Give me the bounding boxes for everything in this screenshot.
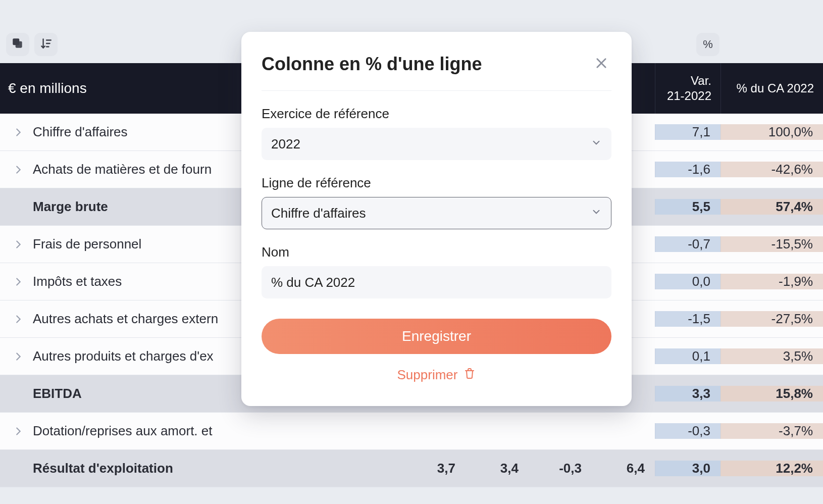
close-icon xyxy=(594,63,608,72)
close-button[interactable] xyxy=(591,53,611,75)
chevron-down-icon xyxy=(591,206,602,221)
save-button[interactable]: Enregistrer xyxy=(262,319,611,354)
row-label: Dotation/reprises aux amort. et xyxy=(33,423,213,439)
ratio-cell: -27,5% xyxy=(721,311,823,327)
chevron-right-icon[interactable] xyxy=(11,314,26,325)
var-cell: 3,3 xyxy=(655,386,721,401)
header-var-col[interactable]: Var. 21-2022 xyxy=(655,63,721,114)
row-label: Résultat d'exploitation xyxy=(33,461,173,476)
ratio-cell: 3,5% xyxy=(721,348,823,364)
sort-button[interactable] xyxy=(34,33,58,56)
row-label: Autres achats et charges extern xyxy=(33,311,218,327)
chevron-right-icon[interactable] xyxy=(11,127,26,138)
chevron-right-icon[interactable] xyxy=(11,426,26,437)
table-row[interactable]: Résultat d'exploitation3,73,4-0,36,43,01… xyxy=(0,450,823,487)
ratio-cell: 12,2% xyxy=(721,461,823,476)
chevron-right-icon[interactable] xyxy=(11,276,26,287)
name-input[interactable] xyxy=(271,275,586,290)
year-select[interactable]: 2022 xyxy=(262,128,611,160)
delete-button[interactable]: Supprimer xyxy=(262,367,611,383)
percent-icon: % xyxy=(703,38,713,51)
percent-column-button[interactable]: % xyxy=(696,33,719,56)
ratio-cell: -42,6% xyxy=(721,162,823,177)
row-label: Marge brute xyxy=(33,199,108,215)
var-cell: -0,3 xyxy=(655,423,721,439)
row-label: EBITDA xyxy=(33,386,82,401)
sort-icon xyxy=(39,37,53,52)
var-cell: -1,6 xyxy=(655,162,721,177)
copy-icon xyxy=(11,37,24,52)
svg-rect-1 xyxy=(16,41,22,48)
row-label: Frais de personnel xyxy=(33,236,141,252)
row-label: Impôts et taxes xyxy=(33,274,122,289)
var-cell: 0,1 xyxy=(655,348,721,364)
ratio-cell: -1,9% xyxy=(721,274,823,289)
var-cell: 5,5 xyxy=(655,199,721,215)
cell: 6,4 xyxy=(592,461,655,476)
row-label: Chiffre d'affaires xyxy=(33,124,128,140)
var-cell: 0,0 xyxy=(655,274,721,289)
delete-button-label: Supprimer xyxy=(397,367,458,383)
var-cell: 7,1 xyxy=(655,124,721,140)
var-cell: -0,7 xyxy=(655,236,721,252)
duplicate-button[interactable] xyxy=(6,33,29,56)
line-select[interactable]: Chiffre d'affaires xyxy=(262,197,611,229)
year-select-value: 2022 xyxy=(271,136,300,152)
percent-column-modal: Colonne en % d'une ligne Exercice de réf… xyxy=(241,32,632,406)
cell: 3,4 xyxy=(466,461,529,476)
trash-icon xyxy=(464,367,476,383)
cell: 3,7 xyxy=(402,461,466,476)
chevron-right-icon[interactable] xyxy=(11,351,26,362)
ratio-cell: 15,8% xyxy=(721,386,823,401)
year-label: Exercice de référence xyxy=(262,106,611,122)
header-ratio-col[interactable]: % du CA 2022 xyxy=(721,63,823,114)
line-select-value: Chiffre d'affaires xyxy=(271,206,366,221)
name-input-wrap xyxy=(262,266,611,298)
table-row[interactable]: Dotation/reprises aux amort. et-0,3-3,7% xyxy=(0,413,823,450)
name-label: Nom xyxy=(262,244,611,260)
ratio-cell: -15,5% xyxy=(721,236,823,252)
ratio-cell: 57,4% xyxy=(721,199,823,215)
chevron-right-icon[interactable] xyxy=(11,164,26,175)
ratio-cell: -3,7% xyxy=(721,423,823,439)
chevron-down-icon xyxy=(591,136,602,152)
row-label: Autres produits et charges d'ex xyxy=(33,348,214,364)
var-cell: 3,0 xyxy=(655,461,721,476)
cell: -0,3 xyxy=(529,461,592,476)
line-label: Ligne de référence xyxy=(262,175,611,191)
modal-title: Colonne en % d'une ligne xyxy=(262,54,482,75)
save-button-label: Enregistrer xyxy=(402,328,471,344)
chevron-right-icon[interactable] xyxy=(11,239,26,250)
header-unit-label: € en millions xyxy=(0,80,242,96)
var-cell: -1,5 xyxy=(655,311,721,327)
row-label: Achats de matières et de fourn xyxy=(33,162,212,177)
ratio-cell: 100,0% xyxy=(721,124,823,140)
